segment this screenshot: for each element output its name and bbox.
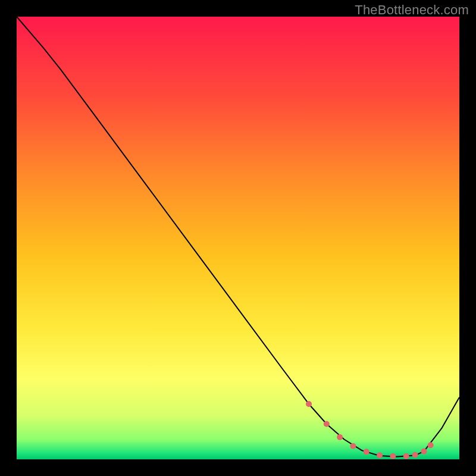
data-marker <box>324 421 330 427</box>
data-marker <box>421 449 427 455</box>
data-marker <box>403 453 409 459</box>
data-marker <box>364 449 369 455</box>
data-marker <box>390 453 396 459</box>
chart-stage: TheBottleneck.com <box>0 0 476 476</box>
data-marker <box>428 442 434 448</box>
data-marker <box>377 452 383 458</box>
plot-background <box>17 17 459 459</box>
data-marker <box>412 452 418 458</box>
data-marker <box>350 443 356 449</box>
data-marker <box>337 434 343 440</box>
chart-canvas <box>0 0 476 476</box>
data-marker <box>306 401 312 407</box>
